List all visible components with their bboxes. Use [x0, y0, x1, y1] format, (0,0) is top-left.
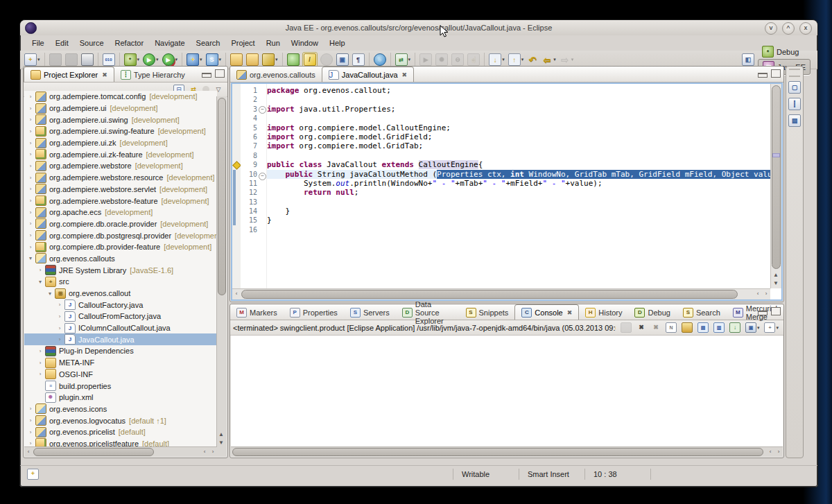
console-hscrollbar[interactable]: ‹ ›	[231, 446, 783, 457]
minimize-view-button[interactable]	[202, 73, 211, 78]
tasklist-view-button[interactable]: ▤	[788, 114, 801, 127]
debug-button[interactable]: *▾	[123, 53, 141, 67]
tree-item[interactable]: ›org.adempiere.webstore[development]	[24, 160, 217, 172]
tree-item[interactable]: ▾org.evenos.callouts	[24, 253, 217, 265]
print-button[interactable]	[80, 53, 94, 67]
expand-arrow-icon[interactable]: ›	[27, 128, 34, 134]
synchronize-button[interactable]: ⇄▾	[395, 53, 412, 67]
new-wizard-button[interactable]: +▾	[24, 53, 41, 67]
search-flashlight-button[interactable]: ▾	[261, 53, 279, 67]
menu-source[interactable]: Source	[75, 37, 109, 49]
tree-item[interactable]: ›org.adempiere.ui.swing[development]	[24, 114, 217, 125]
next-annotation-dropdown[interactable]: ▾	[502, 57, 505, 62]
expand-arrow-icon[interactable]: ›	[27, 163, 34, 169]
scroll-lock-button[interactable]	[681, 321, 693, 335]
tree-item[interactable]: ›org.adempiere.ui.zk-feature[development…	[24, 148, 217, 160]
editor-tab-javacallout-java[interactable]: JJavaCallout.java✖	[322, 67, 414, 82]
tree-item[interactable]: ›org.evenos.pricelistfeature[default]	[24, 438, 217, 447]
tab-project-explorer[interactable]: Project Explorer✖	[24, 67, 114, 82]
window-titlebar[interactable]: Java EE - org.evenos.callouts/src/org/ev…	[20, 20, 817, 35]
tree-item[interactable]: ›Plug-in Dependencies	[24, 345, 217, 357]
close-icon[interactable]: ✖	[567, 309, 573, 316]
fold-collapse-icon[interactable]: −	[259, 106, 266, 114]
tree-item[interactable]: ›JIColumnCalloutCallout.java	[24, 322, 217, 334]
tree-item[interactable]: ›org.apache.ecs[development]	[24, 207, 217, 218]
run-button[interactable]: ▶▾	[142, 53, 159, 67]
tree-item[interactable]: ›org.adempiere.webstore.servlet[developm…	[24, 184, 217, 195]
collapse-arrow-icon[interactable]: ▾	[46, 290, 53, 297]
tab-search[interactable]: SSearch	[677, 305, 727, 320]
expand-arrow-icon[interactable]: ›	[27, 417, 34, 424]
editor-hscrollbar[interactable]: ‹ ‹ ›	[232, 288, 770, 299]
clear-console-button[interactable]: N	[665, 321, 677, 335]
fast-view-icon[interactable]: +	[27, 469, 39, 480]
plugin-registry-button[interactable]	[286, 53, 300, 67]
collapse-arrow-icon[interactable]: ▾	[37, 279, 44, 285]
expand-arrow-icon[interactable]: ›	[27, 198, 34, 204]
project-tree-hscrollbar[interactable]: ‹ ‹ ›	[24, 446, 217, 457]
tree-item[interactable]: ›org.adempiere.tomcat.config[development…	[24, 91, 217, 103]
editor-code-area[interactable]: package org.evenos.callout;import java.u…	[267, 84, 770, 288]
tree-item[interactable]: ≡build.properties	[24, 380, 217, 392]
expand-arrow-icon[interactable]: ›	[27, 429, 34, 435]
previous-annotation-button[interactable]: ↑▾	[508, 53, 525, 67]
fast-view-handle[interactable]	[789, 69, 800, 77]
run-external-button[interactable]: ▶▾	[162, 53, 179, 67]
expand-arrow-icon[interactable]: ›	[27, 232, 34, 238]
open-perspective-button[interactable]: ◧	[741, 53, 755, 67]
show-stdout-button[interactable]: ▤	[697, 321, 709, 335]
expand-arrow-icon[interactable]: ›	[56, 302, 63, 308]
remove-launch-button[interactable]: ✖	[636, 321, 647, 335]
expand-arrow-icon[interactable]: ›	[37, 267, 44, 273]
project-tree-vscrollbar[interactable]: ▲ ▼	[216, 96, 227, 447]
tree-item[interactable]: ›META-INF	[24, 357, 217, 369]
tab-servers[interactable]: SServers	[344, 305, 396, 320]
tree-item[interactable]: ›org.adempiere.ui[development]	[24, 103, 217, 114]
expand-arrow-icon[interactable]: ›	[37, 371, 44, 377]
import-button[interactable]	[229, 53, 243, 67]
menu-search[interactable]: Search	[191, 37, 225, 49]
tree-item[interactable]: ›org.evenos.logvocatus[default ↑1]	[24, 415, 217, 426]
new-web-service-dropdown[interactable]: ▾	[219, 57, 222, 62]
debug-dropdown[interactable]: ▾	[137, 57, 140, 62]
maximize-console-button[interactable]	[771, 307, 781, 315]
expand-arrow-icon[interactable]: ›	[27, 140, 34, 146]
tree-item[interactable]: ✺plugin.xml	[24, 392, 217, 403]
next-annotation-button[interactable]: ↓▾	[488, 53, 505, 67]
maximize-editor-button[interactable]	[771, 69, 781, 78]
tree-item[interactable]: ▾+src	[24, 276, 217, 288]
close-icon[interactable]: ✖	[402, 71, 408, 78]
tab-data-source-explorer[interactable]: DData Source Explorer	[396, 305, 460, 320]
menu-run[interactable]: Run	[261, 37, 285, 49]
expand-arrow-icon[interactable]: ›	[56, 325, 63, 331]
expand-arrow-icon[interactable]: ›	[37, 348, 44, 354]
occurrence-overview-mark[interactable]	[772, 153, 780, 157]
mark-occurrences-button[interactable]: /	[302, 52, 318, 67]
expand-arrow-icon[interactable]: ›	[27, 116, 34, 123]
tab-snippets[interactable]: SSnippets	[460, 305, 515, 320]
expand-arrow-icon[interactable]: ›	[27, 175, 34, 181]
close-icon[interactable]: ✖	[102, 71, 107, 78]
remove-all-terminated-button[interactable]: ✖	[650, 321, 661, 335]
minimize-console-button[interactable]	[758, 311, 768, 315]
minimize-editor-button[interactable]	[758, 73, 768, 78]
tree-item[interactable]: ›OSGI-INF	[24, 369, 217, 381]
restore-view-button[interactable]: ▢	[788, 81, 801, 94]
menu-file[interactable]: File	[27, 37, 49, 49]
display-selected-console-button[interactable]: ▣▾	[745, 321, 761, 335]
menu-project[interactable]: Project	[226, 37, 259, 49]
expand-arrow-icon[interactable]: ›	[27, 105, 34, 112]
tree-item[interactable]: ›org.adempiere.ui.swing-feature[developm…	[24, 125, 217, 137]
tree-item[interactable]: ›JJavaCallout.java	[24, 333, 217, 345]
expand-arrow-icon[interactable]: ›	[27, 244, 34, 250]
tree-item[interactable]: ›org.evenos.pricelist[default]	[24, 426, 217, 438]
tree-item[interactable]: ›org.compiere.db.oracle.provider[develop…	[24, 218, 217, 230]
tree-item[interactable]: ›JCalloutFromFactory.java	[24, 311, 217, 322]
show-stderr-button[interactable]: ▥	[713, 321, 725, 335]
tree-item[interactable]: ›JCalloutFactory.java	[24, 299, 217, 311]
expand-arrow-icon[interactable]: ›	[37, 360, 44, 366]
new-wizard-dropdown[interactable]: ▾	[37, 57, 40, 62]
tree-item[interactable]: ▾⊞org.evenos.callout	[24, 288, 217, 299]
tree-item[interactable]: ›org.adempiere.webstore-feature[developm…	[24, 195, 217, 207]
search-flashlight-dropdown[interactable]: ▾	[275, 57, 278, 62]
